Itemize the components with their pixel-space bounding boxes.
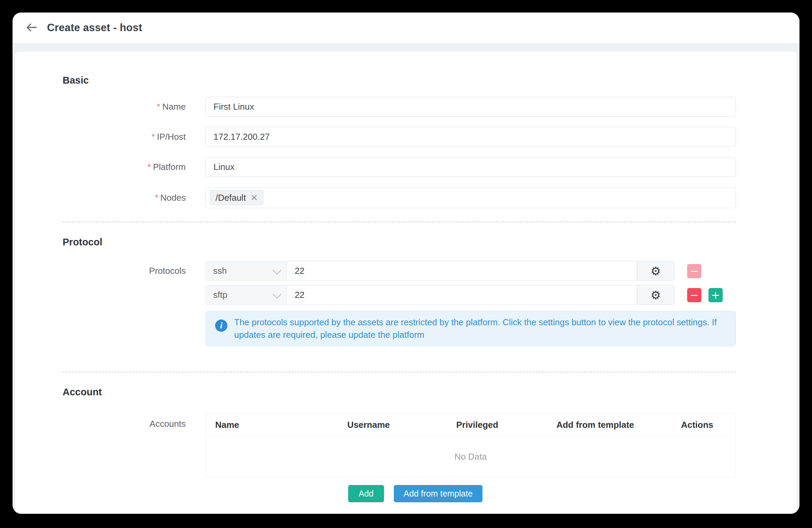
platform-label: *Platform [62, 162, 186, 172]
add-protocol-button[interactable]: + [709, 288, 723, 302]
required-asterisk: * [155, 192, 158, 203]
protocol-settings-button[interactable]: ⚙ [637, 285, 674, 305]
protocol-settings-button[interactable]: ⚙ [637, 261, 674, 281]
accounts-table-header-row: Name Username Privileged Add from templa… [206, 414, 736, 436]
protocol-row-sftp: sftp ⚙ − + [62, 285, 736, 305]
node-tag: /Default ✕ [210, 190, 264, 205]
nodes-select[interactable]: /Default ✕ [205, 187, 736, 208]
name-row: *Name [62, 97, 736, 117]
add-from-template-button[interactable]: Add from template [394, 485, 482, 502]
required-asterisk: * [157, 102, 160, 112]
accounts-col-add-from-template: Add from template [532, 414, 659, 436]
minus-icon: − [690, 290, 699, 301]
platform-input[interactable] [205, 157, 736, 177]
minus-icon: − [690, 266, 699, 276]
node-tag-label: /Default [216, 192, 246, 203]
app-window: Create asset - host Basic *Name *IP/Host [13, 13, 799, 514]
back-button[interactable] [24, 20, 40, 35]
chevron-down-icon [273, 266, 281, 274]
protocol-row-ssh: Protocols ssh ⚙ − [62, 261, 736, 281]
protocols-label: Protocols [62, 266, 186, 276]
ip-host-input[interactable] [205, 127, 736, 147]
page-body: Basic *Name *IP/Host *Platfor [13, 43, 799, 514]
protocol-port-input[interactable] [287, 261, 637, 281]
nodes-row: *Nodes /Default ✕ [62, 187, 736, 208]
plus-icon: + [711, 290, 720, 301]
nodes-label: *Nodes [62, 192, 186, 203]
accounts-col-name: Name [206, 414, 314, 436]
chevron-down-icon [273, 290, 281, 298]
required-asterisk: * [151, 132, 155, 142]
gear-icon: ⚙ [651, 289, 661, 301]
ip-host-label: *IP/Host [62, 132, 186, 142]
remove-protocol-button[interactable]: − [687, 288, 701, 302]
name-input[interactable] [205, 97, 736, 117]
page-header: Create asset - host [13, 13, 799, 43]
protocol-select-value: ssh [213, 266, 227, 276]
accounts-col-username: Username [314, 414, 423, 436]
accounts-empty-row: No Data [206, 436, 736, 477]
protocol-select[interactable]: ssh [205, 261, 287, 281]
name-label: *Name [62, 102, 186, 112]
remove-protocol-button-disabled[interactable]: − [687, 264, 701, 278]
accounts-col-privileged: Privileged [423, 414, 532, 436]
page-title: Create asset - host [47, 22, 142, 34]
protocol-section-heading: Protocol [62, 223, 736, 248]
protocol-info-alert: i The protocols supported by the assets … [205, 311, 736, 346]
gear-icon: ⚙ [651, 265, 661, 277]
add-account-button[interactable]: Add [348, 485, 384, 502]
info-icon: i [215, 319, 227, 332]
protocol-select[interactable]: sftp [205, 285, 287, 305]
required-asterisk: * [147, 162, 151, 172]
protocol-select-value: sftp [213, 290, 227, 300]
tag-close-icon[interactable]: ✕ [251, 193, 258, 202]
accounts-label: Accounts [62, 413, 186, 429]
accounts-table: Name Username Privileged Add from templa… [205, 413, 736, 477]
protocol-port-input[interactable] [287, 285, 637, 305]
accounts-col-actions: Actions [659, 414, 736, 436]
basic-section-heading: Basic [62, 52, 736, 86]
account-section-heading: Account [62, 373, 736, 398]
arrow-left-icon [25, 20, 39, 35]
no-data-text: No Data [206, 436, 736, 477]
ip-host-row: *IP/Host [62, 127, 736, 147]
accounts-actions: Add Add from template [348, 485, 736, 502]
accounts-row: Accounts Name Username Privileged [62, 413, 736, 502]
platform-row: *Platform [62, 157, 736, 177]
protocol-alert-text: The protocols supported by the assets ar… [234, 316, 726, 341]
form-panel: Basic *Name *IP/Host *Platfor [15, 52, 797, 514]
